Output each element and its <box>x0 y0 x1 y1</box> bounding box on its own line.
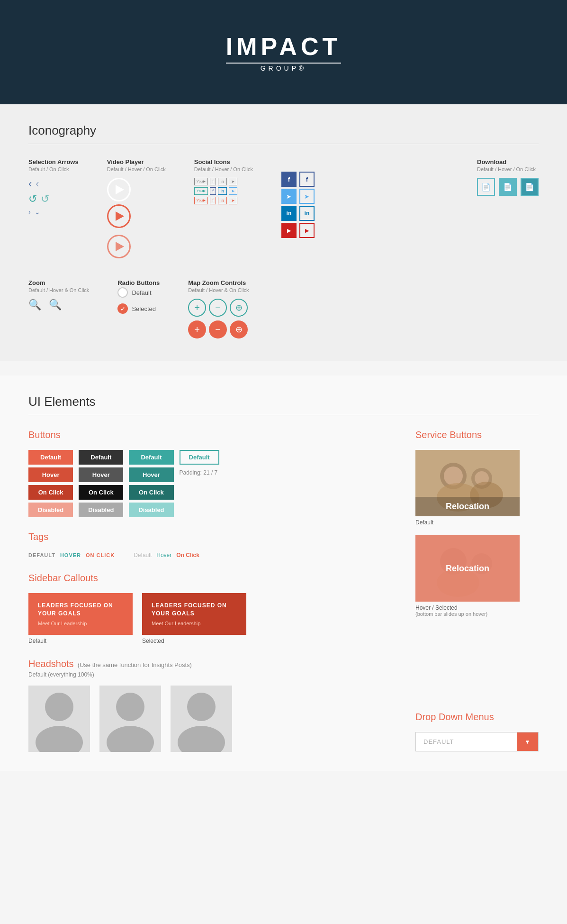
sidebar-callouts-title: Sidebar Callouts <box>28 573 387 584</box>
callout-selected-link[interactable]: Meet Our Leadership <box>152 621 237 626</box>
tags-section: Tags DEFAULT HOVER ON CLICK Default Hove… <box>28 531 387 558</box>
btn-orange-hover[interactable]: Hover <box>28 467 73 482</box>
callout-default-title: LEADERS FOCUSED ON YOUR GOALS <box>38 602 123 618</box>
headshots-row <box>28 686 387 752</box>
btn-dark-default[interactable]: Default <box>79 450 123 465</box>
social-outline-row-3: You▶ f in ➤ <box>194 197 253 204</box>
logo-sub: GROUP® <box>226 64 341 72</box>
play-btn-onclick[interactable] <box>107 235 131 258</box>
btn-dark-hover[interactable]: Hover <box>79 467 123 482</box>
headshot-2[interactable] <box>99 686 161 752</box>
orange-buttons-col: Default Hover On Click Disabled <box>28 450 73 517</box>
service-btn-hover[interactable]: Relocation <box>415 535 520 602</box>
youtube-outline-hover-icon[interactable]: You▶ <box>194 187 208 195</box>
headshot-1[interactable] <box>28 686 90 752</box>
btn-dark-onclick[interactable]: On Click <box>79 485 123 500</box>
download-sub: Default / Hover / On Click <box>477 166 539 172</box>
btn-teal-disabled: Disabled <box>129 503 173 517</box>
callout-default[interactable]: LEADERS FOCUSED ON YOUR GOALS Meet Our L… <box>28 593 133 635</box>
tag-onclick2[interactable]: On Click <box>176 552 199 558</box>
btn-teal-onclick[interactable]: On Click <box>129 485 173 500</box>
zoom-hover-icon[interactable]: 🔍 <box>49 299 62 311</box>
left-arrow-icon[interactable]: ‹ <box>28 178 32 190</box>
tag-onclick[interactable]: ON CLICK <box>86 552 115 558</box>
btn-outline-default[interactable]: Default <box>180 450 219 465</box>
map-zoom-sub: Default / Hover & On Click <box>188 287 249 293</box>
dropdown-default[interactable]: DEFAULT ▼ <box>415 732 539 751</box>
facebook-outline-icon[interactable]: f <box>210 178 216 185</box>
headshots-default-label: Default (everything 100%) <box>28 671 387 678</box>
linkedin-filled-icon[interactable]: in <box>281 206 297 221</box>
play-btn-hover[interactable] <box>107 204 131 228</box>
download-click-icon[interactable]: 📄 <box>521 178 539 196</box>
headshot-3[interactable] <box>171 686 232 752</box>
tags-row: DEFAULT HOVER ON CLICK Default Hover On … <box>28 552 387 558</box>
youtube-filled-hover-icon[interactable]: ▶ <box>299 223 315 238</box>
btn-orange-default[interactable]: Default <box>28 450 73 465</box>
download-title: Download <box>477 158 539 165</box>
radio-selected-btn[interactable]: ✓ <box>117 303 128 314</box>
radio-default-btn[interactable] <box>117 287 128 298</box>
twitter-outline-icon[interactable]: ➤ <box>229 178 237 185</box>
twitter-outline-click-icon[interactable]: ➤ <box>229 197 237 204</box>
map-zoom-plus-icon[interactable]: + <box>188 299 206 317</box>
zoom-default-icon[interactable]: 🔍 <box>28 299 41 311</box>
padding-note: Padding: 21 / 7 <box>180 469 219 476</box>
tag-hover[interactable]: HOVER <box>60 552 81 558</box>
download-hover-icon[interactable]: 📄 <box>499 178 517 196</box>
btn-orange-onclick[interactable]: On Click <box>28 485 73 500</box>
left-circle-arrow-hover-icon[interactable]: ↺ <box>41 193 49 205</box>
callout-default-label: Default <box>28 638 133 644</box>
twitter-filled-icon[interactable]: ➤ <box>281 189 297 204</box>
selection-arrows-sub: Default / On Click <box>28 166 79 172</box>
down-angle-icon[interactable]: ⌄ <box>35 208 40 216</box>
facebook-filled-icon[interactable]: f <box>281 172 297 187</box>
map-zoom-minus-active-icon[interactable]: − <box>209 320 227 338</box>
map-zoom-group: Map Zoom Controls Default / Hover & On C… <box>188 279 249 342</box>
linkedin-outline-click-icon[interactable]: in <box>218 197 227 204</box>
map-zoom-plus-active-icon[interactable]: + <box>188 320 206 338</box>
linkedin-outline-icon[interactable]: in <box>218 178 227 185</box>
btn-teal-hover[interactable]: Hover <box>129 467 173 482</box>
tag-default[interactable]: DEFAULT <box>28 552 55 558</box>
facebook-filled-hover-icon[interactable]: f <box>299 172 315 187</box>
ui-right-column: Service Buttons <box>415 430 539 752</box>
selection-arrows-title: Selection Arrows <box>28 158 79 165</box>
radio-buttons-title: Radio Buttons <box>117 279 160 286</box>
radio-selected-label: Selected <box>132 305 156 312</box>
map-globe-icon[interactable]: ⊕ <box>230 299 248 317</box>
service-btn-default[interactable]: Relocation <box>415 450 520 516</box>
map-globe-active-icon[interactable]: ⊕ <box>230 320 248 338</box>
dropdown-arrow-btn[interactable]: ▼ <box>517 732 538 751</box>
social-outline-row-1: You▶ f in ➤ <box>194 178 253 185</box>
outline-button-col: Default Padding: 21 / 7 <box>180 450 219 517</box>
callout-default-link[interactable]: Meet Our Leadership <box>38 621 123 626</box>
twitter-filled-hover-icon[interactable]: ➤ <box>299 189 315 204</box>
facebook-outline-hover-icon[interactable]: f <box>210 187 216 195</box>
left-arrow-hover-icon[interactable]: ‹ <box>36 178 39 190</box>
linkedin-filled-hover-icon[interactable]: in <box>299 206 315 221</box>
tag-default2[interactable]: Default <box>134 552 152 558</box>
callout-selected[interactable]: LEADERS FOCUSED ON YOUR GOALS Meet Our L… <box>142 593 246 635</box>
download-default-icon[interactable]: 📄 <box>477 178 495 196</box>
youtube-outline-icon[interactable]: You▶ <box>194 178 208 185</box>
linkedin-outline-hover-icon[interactable]: in <box>218 187 227 195</box>
radio-selected-row: ✓ Selected <box>117 303 160 314</box>
youtube-filled-icon[interactable]: ▶ <box>281 223 297 238</box>
right-angle-icon[interactable]: › <box>28 208 31 216</box>
youtube-outline-click-icon[interactable]: You▶ <box>194 197 208 204</box>
twitter-outline-hover-icon[interactable]: ➤ <box>229 187 237 195</box>
radio-default-row: Default <box>117 287 160 298</box>
play-btn-outline[interactable] <box>107 178 131 201</box>
zoom-group: Zoom Default / Hover & On Click 🔍 🔍 <box>28 279 89 314</box>
btn-orange-disabled: Disabled <box>28 503 73 517</box>
facebook-outline-click-icon[interactable]: f <box>210 197 216 204</box>
service-btn-hover-sublabel: (bottom bar slides up on hover) <box>415 611 520 617</box>
btn-teal-default[interactable]: Default <box>129 450 173 465</box>
arrow-row-3: › ⌄ <box>28 208 79 216</box>
headshots-section: Headshots (Use the same function for Ins… <box>28 659 387 752</box>
headshots-title: Headshots <box>28 659 74 669</box>
tag-hover2[interactable]: Hover <box>156 552 171 558</box>
left-circle-arrow-icon[interactable]: ↺ <box>28 193 37 205</box>
map-zoom-minus-icon[interactable]: − <box>209 299 227 317</box>
